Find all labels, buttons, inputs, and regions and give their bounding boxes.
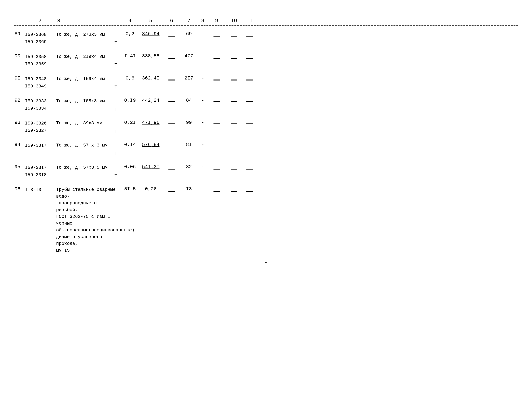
to-marker: Т: [56, 173, 121, 179]
to-marker: Т: [56, 62, 121, 69]
double-dash-icon: [231, 123, 237, 126]
double-dash-icon: [213, 145, 220, 148]
row-code: I59-3348 I59-3349: [24, 75, 56, 90]
column-headers: I 2 3 4 5 6 7 8 9 IO II: [14, 16, 518, 26]
col5-value: 346,94: [139, 31, 163, 37]
col6-dash: [163, 120, 180, 126]
row-num: 9I: [14, 75, 24, 81]
col5-value: 442,24: [139, 97, 163, 103]
double-dash-icon: [231, 35, 237, 37]
col7-value: 32: [180, 164, 198, 170]
row-code: I59-3368 I59-3369: [24, 31, 56, 46]
col11-dash: [243, 142, 256, 148]
col4-value: 5I,5: [121, 186, 139, 192]
col8-value: -: [198, 164, 208, 170]
double-dash-icon: [168, 145, 175, 148]
col7-value: 2I7: [180, 75, 198, 81]
double-dash-icon: [168, 57, 175, 59]
col11-dash: [243, 97, 256, 104]
col-header-10: IO: [225, 18, 243, 24]
col9-dash: [208, 75, 225, 82]
col8-value: -: [198, 186, 208, 192]
col-header-2: 2: [24, 18, 56, 24]
top-divider: [14, 14, 518, 14]
double-dash-icon: [168, 167, 175, 170]
col-header-3: 3: [56, 18, 121, 24]
row-desc: То же, д. 273х3 ммТ: [56, 31, 121, 47]
col5-value: 362,4I: [139, 75, 163, 81]
col8-value: -: [198, 53, 208, 59]
col6-dash: [163, 142, 180, 148]
col11-dash: [243, 31, 256, 37]
to-marker: Т: [56, 84, 121, 91]
col11-dash: [243, 75, 256, 82]
row-desc: То же, д. I59х4 ммТ: [56, 75, 121, 91]
col10-dash: [225, 164, 243, 170]
row-num: 93: [14, 120, 24, 126]
col7-value: 99: [180, 120, 198, 126]
to-marker: Т: [56, 106, 121, 113]
col5-value: 54I,3I: [139, 164, 163, 170]
double-dash-icon: [168, 101, 175, 103]
col8-value: -: [198, 31, 208, 37]
double-dash-icon: [231, 79, 237, 81]
double-dash-icon: [247, 35, 253, 37]
col4-value: 0,I9: [121, 97, 139, 103]
double-dash-icon: [213, 57, 220, 59]
col-header-7: 7: [180, 18, 198, 24]
col10-dash: [225, 120, 243, 126]
row-desc: То же, д. 57 х 3 ммТ: [56, 142, 121, 158]
col5-value: 47I,96: [139, 120, 163, 126]
row-desc: То же, д. 89х3 ммТ: [56, 120, 121, 135]
double-dash-icon: [213, 167, 220, 170]
double-dash-icon: [168, 79, 175, 81]
col9-dash: [208, 164, 225, 170]
table-body: 89I59-3368 I59-3369То же, д. 273х3 ммТ0,…: [14, 28, 518, 257]
table-row: 94I59-33I7То же, д. 57 х 3 ммТ0,I4576,84…: [14, 139, 518, 161]
double-dash-icon: [213, 123, 220, 126]
to-marker: Т: [56, 40, 121, 46]
col10-dash: [225, 31, 243, 37]
table-row: 90I59-3358 I59-3359То же, д. 2I9х4 ммТI,…: [14, 50, 518, 72]
double-dash-icon: [247, 101, 253, 103]
row-desc: То же, д. 57х3,5 ммТ: [56, 164, 121, 180]
col6-dash: [163, 53, 180, 59]
col-header-11: II: [243, 18, 256, 24]
row-code: I59-33I7: [24, 142, 56, 150]
col5-value: 338,58: [139, 53, 163, 59]
row-num: 94: [14, 142, 24, 148]
row-desc: То же, д. I08х3 ммТ: [56, 97, 121, 113]
col-header-4: 4: [121, 18, 139, 24]
col6-dash: [163, 97, 180, 104]
double-dash-icon: [247, 123, 253, 126]
col11-dash: [243, 53, 256, 59]
col-header-8: 8: [198, 18, 208, 24]
col4-value: 0,06: [121, 164, 139, 170]
footer-label: М: [14, 261, 518, 266]
col10-dash: [225, 186, 243, 192]
col10-dash: [225, 97, 243, 104]
col5-value: 0,26: [139, 186, 163, 192]
col9-dash: [208, 53, 225, 59]
col4-value: 0,2: [121, 31, 139, 37]
col7-value: I3: [180, 186, 198, 192]
col8-value: -: [198, 120, 208, 126]
col-header-5: 5: [139, 18, 163, 24]
double-dash-icon: [231, 101, 237, 103]
row-num: 92: [14, 97, 24, 103]
col4-value: 0,2I: [121, 120, 139, 126]
col6-dash: [163, 164, 180, 170]
to-marker: Т: [56, 150, 121, 157]
row-num: 89: [14, 31, 24, 37]
col8-value: -: [198, 75, 208, 81]
col5-value: 576,84: [139, 142, 163, 148]
col-header-1: I: [14, 18, 24, 24]
col10-dash: [225, 53, 243, 59]
double-dash-icon: [213, 35, 220, 37]
double-dash-icon: [231, 145, 237, 148]
col9-dash: [208, 142, 225, 148]
col9-dash: [208, 97, 225, 104]
col4-value: 0,I4: [121, 142, 139, 148]
col-header-6: 6: [163, 18, 180, 24]
table-row: 93I59-3326 I59-3327То же, д. 89х3 ммТ0,2…: [14, 116, 518, 139]
